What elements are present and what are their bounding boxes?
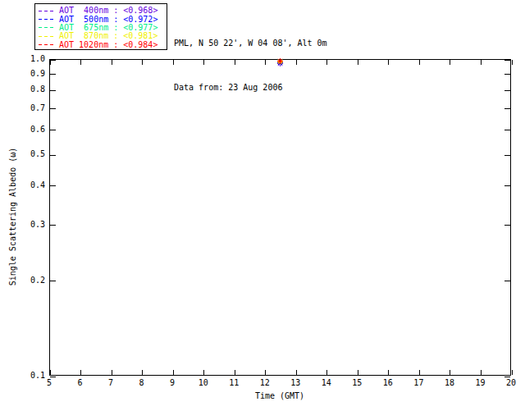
y-tick-right — [504, 281, 510, 281]
x-tick-label: 6 — [78, 379, 83, 387]
legend-line-sample — [39, 44, 55, 45]
x-tick — [512, 370, 513, 375]
x-tick-label: 5 — [47, 379, 52, 387]
x-tick — [326, 370, 327, 375]
ssa-time-series-figure: AOT 400nm : <0.968>AOT 500nm : <0.972>AO… — [0, 0, 525, 420]
y-tick-right — [504, 74, 510, 75]
y-tick — [50, 185, 56, 186]
x-tick-top — [112, 60, 112, 65]
x-tick — [265, 370, 266, 375]
x-tick-top — [481, 60, 482, 65]
y-tick-right — [504, 155, 510, 156]
x-tick — [419, 370, 420, 375]
y-tick-label: 0.8 — [21, 85, 45, 94]
x-tick-label: 13 — [290, 379, 300, 387]
legend-item: AOT 400nm : <0.968> — [39, 7, 167, 15]
y-tick — [50, 74, 56, 75]
y-tick — [50, 130, 56, 130]
y-tick — [50, 281, 56, 281]
legend: AOT 400nm : <0.968>AOT 500nm : <0.972>AO… — [34, 3, 167, 50]
x-tick-top — [80, 60, 81, 65]
legend-line-sample — [39, 11, 55, 11]
y-tick-label: 0.7 — [21, 104, 45, 112]
x-tick-label: 11 — [229, 379, 239, 387]
x-tick-top — [358, 60, 358, 65]
x-tick-label: 8 — [139, 379, 144, 387]
x-tick — [50, 370, 51, 375]
y-tick-right — [504, 225, 510, 226]
location-title: PML, N 50 22', W 04 08', Alt 0m — [174, 36, 327, 51]
x-axis-label: Time (GMT) — [255, 391, 304, 400]
legend-line-sample — [39, 36, 55, 37]
y-tick-label: 0.5 — [21, 150, 45, 158]
y-tick — [50, 90, 56, 91]
y-tick — [50, 225, 56, 226]
x-tick-top — [142, 60, 143, 65]
x-tick-top — [296, 60, 297, 65]
x-tick — [80, 370, 81, 375]
x-tick — [173, 370, 174, 375]
x-tick-label: 16 — [383, 379, 393, 387]
y-tick-label: 0.4 — [21, 181, 45, 189]
x-tick-top — [203, 60, 204, 65]
x-tick-top — [419, 60, 420, 65]
y-tick-label: 0.9 — [21, 70, 45, 78]
y-tick — [50, 155, 56, 156]
legend-line-sample — [39, 19, 55, 20]
x-tick — [388, 370, 389, 375]
x-tick-top — [50, 60, 51, 65]
x-tick-top — [326, 60, 327, 65]
x-tick-label: 18 — [445, 379, 454, 387]
x-tick-label: 14 — [322, 379, 331, 387]
legend-item-label: AOT 870nm : <0.981> — [59, 32, 158, 40]
x-tick-label: 12 — [260, 379, 270, 387]
y-tick — [50, 108, 56, 109]
x-tick-top — [235, 60, 235, 65]
x-tick-top — [173, 60, 174, 65]
y-tick-right — [504, 60, 510, 61]
y-tick-right — [504, 185, 510, 186]
legend-item-label: AOT 1020nm : <0.984> — [59, 41, 158, 49]
x-tick-label: 17 — [413, 379, 423, 387]
x-tick-label: 9 — [170, 379, 175, 387]
y-tick — [50, 60, 56, 61]
x-tick-top — [265, 60, 266, 65]
x-tick — [358, 370, 358, 375]
y-tick-right — [504, 377, 510, 377]
y-axis-label: Single Scattering Albedo (ω) — [8, 148, 17, 286]
legend-item: AOT 870nm : <0.981> — [39, 32, 167, 40]
x-tick-top — [512, 60, 513, 65]
y-tick-right — [504, 130, 510, 130]
x-tick-label: 15 — [352, 379, 362, 387]
y-tick-label: 0.2 — [21, 276, 45, 285]
y-tick-right — [504, 108, 510, 109]
plot-area — [49, 59, 511, 376]
x-tick — [235, 370, 235, 375]
data-point-marker — [277, 58, 283, 64]
legend-line-sample — [39, 27, 55, 28]
x-tick-label: 20 — [506, 379, 516, 387]
x-tick — [203, 370, 204, 375]
y-tick-label: 0.3 — [21, 221, 45, 229]
x-tick — [481, 370, 482, 375]
y-tick-right — [504, 90, 510, 91]
x-tick-top — [388, 60, 389, 65]
x-tick-label: 10 — [199, 379, 208, 387]
x-tick — [450, 370, 450, 375]
legend-item: AOT 1020nm : <0.984> — [39, 41, 167, 49]
x-tick — [112, 370, 112, 375]
legend-item-label: AOT 400nm : <0.968> — [59, 7, 158, 15]
y-tick-label: 1.0 — [21, 55, 45, 63]
y-tick-label: 0.1 — [21, 372, 45, 380]
x-tick-label: 19 — [475, 379, 485, 387]
x-tick-top — [450, 60, 450, 65]
x-tick — [296, 370, 297, 375]
y-tick — [50, 377, 56, 377]
x-tick-label: 7 — [108, 379, 113, 387]
y-tick-label: 0.6 — [21, 126, 45, 134]
x-tick — [142, 370, 143, 375]
